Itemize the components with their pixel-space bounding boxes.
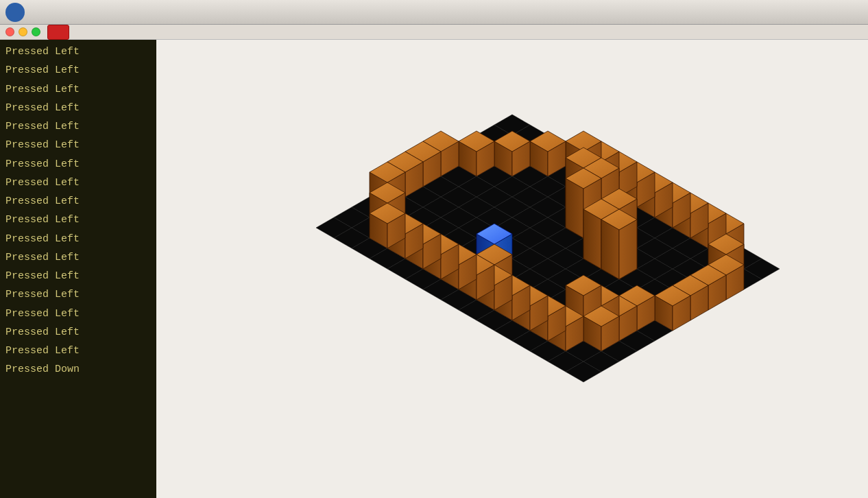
console-line: Pressed Left	[0, 323, 156, 342]
close-button[interactable]	[5, 27, 14, 36]
console-line: Pressed Left	[0, 136, 156, 154]
maximize-button[interactable]	[32, 27, 40, 36]
window-controls-bar	[0, 25, 868, 40]
console-line: Pressed Left	[0, 285, 156, 304]
minimize-button[interactable]	[19, 27, 27, 36]
stop-button[interactable]	[47, 25, 69, 40]
console-line: Pressed Left	[0, 99, 156, 117]
console-line: Pressed Down	[0, 360, 156, 379]
r-logo	[5, 3, 25, 22]
iso-game-container	[197, 43, 828, 495]
console-line: Pressed Left	[0, 43, 156, 61]
console-line: Pressed Left	[0, 192, 156, 211]
console-line: Pressed Left	[0, 155, 156, 174]
console-line: Pressed Left	[0, 248, 156, 267]
console-line: Pressed Left	[0, 342, 156, 360]
main-content: Pressed LeftPressed LeftPressed LeftPres…	[0, 40, 868, 498]
console-line: Pressed Left	[0, 267, 156, 285]
console-line: Pressed Left	[0, 80, 156, 99]
console-panel: Pressed LeftPressed LeftPressed LeftPres…	[0, 40, 156, 498]
console-line: Pressed Left	[0, 174, 156, 192]
console-line: Pressed Left	[0, 305, 156, 323]
console-line: Pressed Left	[0, 61, 156, 80]
title-bar	[0, 0, 868, 25]
iso-game-svg	[197, 43, 828, 495]
game-panel[interactable]	[156, 40, 868, 498]
console-line: Pressed Left	[0, 211, 156, 229]
console-line: Pressed Left	[0, 230, 156, 248]
console-line: Pressed Left	[0, 117, 156, 136]
